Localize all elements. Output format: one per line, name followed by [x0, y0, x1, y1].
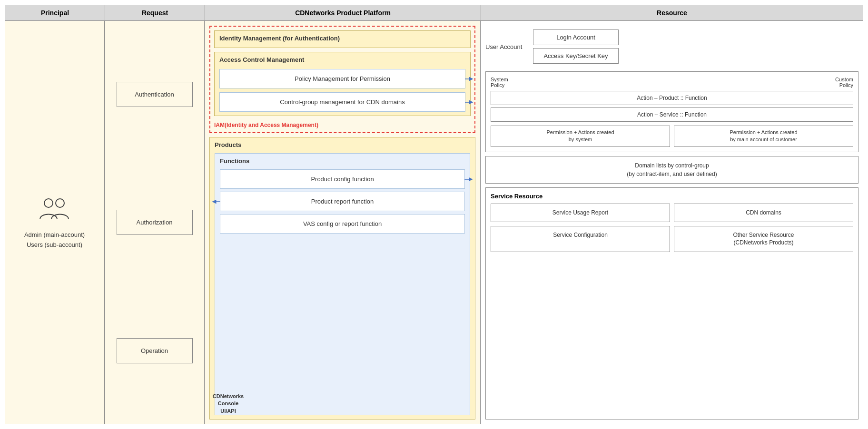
header-platform: CDNetworks Product Platform	[205, 5, 481, 20]
policy-section: System Policy Custom Policy Action – Pro…	[485, 71, 858, 152]
access-control-title: Access Control Management	[219, 56, 465, 63]
product-config-box: Product config function	[220, 169, 465, 189]
svg-point-0	[44, 199, 53, 207]
request-authorization: Authorization	[117, 210, 193, 235]
permission-row: Permission + Actions created by system P…	[491, 126, 853, 147]
svg-point-1	[56, 199, 64, 207]
resource-column: User Account Login Account Access Key/Se…	[481, 21, 863, 424]
access-key-box: Access Key/Secret Key	[533, 48, 619, 64]
arrow-config-right	[464, 176, 475, 183]
permission-customer-box: Permission + Actions created by main acc…	[674, 126, 853, 147]
service-resource-title: Service Resource	[491, 193, 853, 200]
service-configuration-box: Service Configuration	[491, 226, 670, 253]
platform-column: Identity Management (for Authentication)…	[205, 21, 481, 424]
service-usage-report-box: Service Usage Report	[491, 204, 670, 222]
control-group-box: Control-group management for CDN domains	[219, 92, 465, 112]
custom-policy-label: Custom Policy	[835, 77, 853, 88]
diagram-body: Admin (main-account) Users (sub-account)…	[5, 21, 863, 424]
policy-header: System Policy Custom Policy	[491, 77, 853, 88]
request-authentication: Authentication	[117, 82, 193, 107]
other-service-box: Other Service Resource (CDNetworks Produ…	[674, 226, 853, 253]
system-policy-label: System Policy	[491, 77, 508, 88]
principal-labels: Admin (main-account) Users (sub-account)	[24, 230, 85, 250]
domain-section: Domain lists by control-group (by contra…	[485, 156, 858, 184]
header-resource: Resource	[481, 5, 863, 20]
users-label: Users (sub-account)	[24, 240, 85, 250]
permission-system-box: Permission + Actions created by system	[491, 126, 670, 147]
identity-management-title: Identity Management (for Authentication)	[219, 35, 465, 42]
people-icon	[38, 195, 71, 225]
arrow-policy-right	[465, 76, 475, 82]
user-account-label: User Account	[485, 43, 528, 50]
permission-system-wrapper: Permission + Actions created by system	[491, 126, 670, 147]
iam-section: Identity Management (for Authentication)…	[209, 26, 475, 133]
functions-box: Functions Product config function	[215, 153, 470, 415]
admin-label: Admin (main-account)	[24, 230, 85, 240]
arrow-control-right	[465, 99, 475, 106]
action-service-box: Action – Service :: Function	[491, 107, 853, 122]
arrow-report-left	[210, 198, 220, 205]
header-principal: Principal	[5, 5, 105, 20]
products-section: Products Functions Product config functi…	[209, 137, 475, 419]
access-control-section: Access Control Management Policy Managem…	[214, 52, 471, 116]
cdn-domains-box: CDN domains	[674, 204, 853, 222]
request-column: Authentication Authorization Operation	[105, 21, 205, 424]
header-row: Principal Request CDNetworks Product Pla…	[5, 5, 863, 21]
principal-column: Admin (main-account) Users (sub-account)	[5, 21, 105, 424]
functions-title: Functions	[220, 157, 465, 165]
login-account-box: Login Account	[533, 29, 619, 45]
user-account-boxes: Login Account Access Key/Secret Key	[533, 29, 619, 64]
policy-management-box: Policy Management for Permission	[219, 69, 465, 88]
header-request: Request	[105, 5, 205, 20]
diagram-wrapper: Principal Request CDNetworks Product Pla…	[0, 0, 868, 429]
console-label: CDNetworksConsoleUI/API	[210, 393, 246, 415]
iam-label: IAM(Identity and Access Management)	[214, 122, 471, 128]
product-report-box: Product report function	[220, 192, 465, 211]
identity-management-section: Identity Management (for Authentication)	[214, 30, 471, 48]
action-boxes: Action – Product :: Function Action – Se…	[491, 91, 853, 122]
user-account-section: User Account Login Account Access Key/Se…	[485, 26, 858, 68]
request-operation: Operation	[117, 338, 193, 363]
service-resource-section: Service Resource Service Usage Report CD…	[485, 187, 858, 419]
service-grid: Service Usage Report CDN domains Service…	[491, 204, 853, 252]
vas-config-box: VAS config or report function	[220, 214, 465, 234]
permission-customer-wrapper: Permission + Actions created by main acc…	[674, 126, 853, 147]
action-product-box: Action – Product :: Function	[491, 91, 853, 105]
products-title: Products	[215, 141, 470, 148]
